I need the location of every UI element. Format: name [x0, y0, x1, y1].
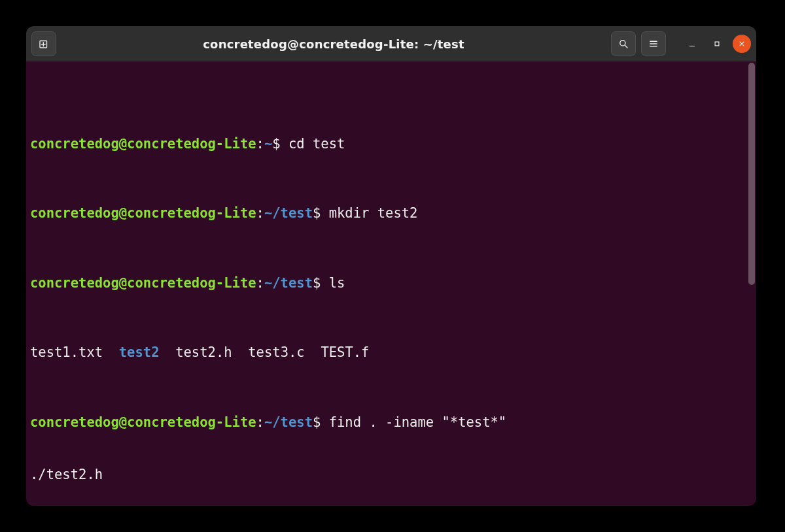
prompt-user: concretedog@concretedog-Lite: [30, 275, 256, 291]
ls-output: test1.txt test2 test2.h test3.c TEST.f: [30, 344, 752, 361]
search-button[interactable]: [611, 31, 636, 56]
term-line: concretedog@concretedog-Lite:~/test$ ls: [30, 274, 752, 292]
prompt-path: ~: [264, 136, 272, 152]
window-controls: [683, 35, 751, 53]
close-button[interactable]: [733, 35, 751, 53]
output-line: ./test2.h: [30, 466, 752, 484]
maximize-button[interactable]: [708, 35, 726, 53]
prompt-user: concretedog@concretedog-Lite: [30, 136, 256, 152]
svg-rect-2: [715, 42, 719, 46]
prompt-user: concretedog@concretedog-Lite: [30, 205, 256, 221]
window-title: concretedog@concretedog-Lite: ~/test: [61, 37, 606, 51]
term-line: concretedog@concretedog-Lite:~/test$ fin…: [30, 414, 752, 431]
menu-button[interactable]: [641, 31, 666, 56]
term-line: concretedog@concretedog-Lite:~$ cd test: [30, 135, 752, 153]
terminal-window: concretedog@concretedog-Lite: ~/test con…: [26, 26, 756, 506]
prompt-dollar: $: [272, 136, 280, 152]
prompt-path: ~/test: [264, 414, 313, 430]
command-text: ls: [329, 275, 345, 291]
prompt-path: ~/test: [264, 205, 313, 221]
prompt-user: concretedog@concretedog-Lite: [30, 414, 256, 430]
directory-item: test2: [119, 344, 160, 360]
minimize-button[interactable]: [683, 35, 701, 53]
command-text: mkdir test2: [329, 205, 418, 221]
term-line: concretedog@concretedog-Lite:~/test$ mkd…: [30, 205, 752, 222]
scrollbar-thumb[interactable]: [748, 63, 755, 285]
svg-point-1: [620, 41, 625, 46]
new-tab-button[interactable]: [31, 31, 56, 56]
command-text: cd test: [288, 136, 345, 152]
terminal-body[interactable]: concretedog@concretedog-Lite:~$ cd test …: [26, 61, 756, 506]
prompt-path: ~/test: [264, 275, 313, 291]
command-text: find . -iname "*test*": [329, 414, 507, 430]
titlebar: concretedog@concretedog-Lite: ~/test: [26, 26, 756, 61]
prompt-colon: :: [256, 136, 264, 152]
